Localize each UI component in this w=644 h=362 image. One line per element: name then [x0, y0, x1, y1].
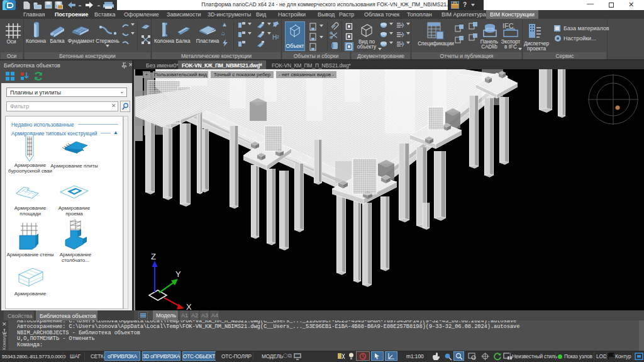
svg-text:X: X	[186, 302, 192, 310]
svg-text:Z: Z	[151, 252, 156, 261]
svg-text:H²: H²	[272, 34, 279, 41]
svg-text:Y: Y	[175, 269, 181, 279]
